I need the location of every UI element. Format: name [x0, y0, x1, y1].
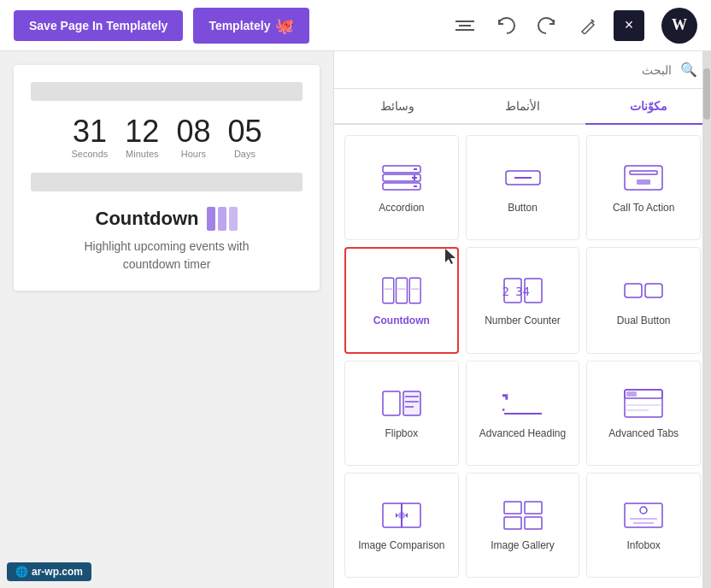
save-page-button[interactable]: Save Page In Templately	[14, 10, 183, 41]
advanced-heading-label: Advanced Heading	[479, 427, 566, 441]
widget-countdown[interactable]: Countdown	[344, 247, 459, 354]
advanced-heading-icon: T	[502, 386, 544, 420]
svg-rect-36	[383, 391, 400, 415]
search-input[interactable]	[348, 63, 672, 77]
image-comparison-icon	[381, 498, 422, 532]
preview-panel: 31 Seconds 12 Minutes 08 Hours 05 Days	[0, 51, 333, 588]
right-panel: 🔍 مكوّنات الأنماط وسائط Call To Action	[333, 51, 711, 588]
button-icon	[502, 161, 544, 195]
svg-rect-24	[409, 278, 420, 303]
svg-rect-23	[396, 278, 407, 303]
close-button[interactable]: ×	[614, 10, 644, 41]
infobox-icon	[623, 498, 664, 532]
wordpress-button[interactable]: W	[661, 8, 697, 44]
hours-label: Hours	[176, 149, 210, 159]
countdown-title: Countdown	[96, 208, 199, 230]
svg-rect-48	[525, 517, 542, 529]
widget-image-gallery[interactable]: Image Gallery	[466, 473, 580, 578]
seconds-label: Seconds	[72, 149, 109, 159]
svg-rect-22	[383, 278, 394, 303]
tab-media[interactable]: وسائط	[334, 89, 460, 125]
widget-infobox[interactable]: Infobox	[586, 473, 701, 578]
widget-number-counter[interactable]: 12 34 Number Counter	[466, 247, 580, 354]
countdown-hours: 08 Hours	[176, 116, 210, 159]
svg-rect-4	[625, 166, 662, 190]
tab-patterns[interactable]: الأنماط	[460, 89, 585, 125]
scroll-track[interactable]	[702, 51, 711, 588]
preview-top-bar	[31, 82, 303, 101]
call-to-action-icon	[623, 161, 664, 195]
countdown-days: 05 Days	[227, 116, 261, 159]
seconds-value: 31	[72, 116, 109, 147]
tab-components[interactable]: مكوّنات	[585, 89, 711, 125]
panel-tabs: مكوّنات الأنماط وسائط	[334, 89, 711, 125]
number-counter-icon: 12 34	[502, 273, 544, 308]
widget-dual-button[interactable]: Dual Button	[586, 247, 701, 354]
watermark: 🌐 ar-wp.com	[7, 562, 91, 581]
countdown-icon	[381, 273, 422, 308]
flipbox-label: Flipbox	[385, 427, 419, 441]
icon-bar-3	[229, 207, 238, 231]
svg-marker-52	[396, 513, 398, 518]
widget-accordion[interactable]: Accordion	[344, 135, 459, 240]
svg-rect-45	[504, 502, 521, 514]
svg-rect-31	[626, 391, 637, 397]
widget-flipbox[interactable]: Flipbox	[344, 361, 459, 466]
widget-button[interactable]: Button	[466, 135, 580, 240]
svg-rect-46	[525, 502, 542, 514]
scroll-thumb	[703, 68, 710, 120]
advanced-tabs-label: Advanced Tabs	[608, 427, 679, 441]
countdown-widget-label: Countdown	[373, 315, 430, 328]
cursor-indicator	[438, 247, 459, 268]
search-icon: 🔍	[680, 62, 697, 78]
svg-point-42	[640, 507, 647, 514]
infobox-label: Infobox	[626, 539, 660, 553]
days-label: Days	[227, 149, 261, 159]
hours-value: 08	[176, 116, 210, 147]
number-counter-label: Number Counter	[485, 315, 561, 328]
svg-rect-5	[630, 171, 657, 174]
widget-advanced-tabs[interactable]: Advanced Tabs	[586, 361, 701, 466]
call-to-action-label: Call To Action	[613, 202, 675, 215]
templately-label: Templately	[209, 19, 270, 32]
svg-rect-17	[645, 284, 662, 297]
align-icon[interactable]	[450, 10, 480, 41]
watermark-globe: 🌐	[15, 566, 28, 578]
preview-card: 31 Seconds 12 Minutes 08 Hours 05 Days	[14, 65, 320, 291]
image-comparison-label: Image Comparison	[358, 539, 444, 553]
toolbar: Save Page In Templately Templately 🐙 ×	[0, 0, 711, 51]
image-gallery-label: Image Gallery	[491, 539, 555, 553]
undo-icon[interactable]	[491, 10, 521, 41]
countdown-row: 31 Seconds 12 Minutes 08 Hours 05 Days	[31, 116, 303, 159]
templately-emoji: 🐙	[275, 16, 294, 35]
widget-image-comparison[interactable]: Image Comparison	[344, 473, 459, 578]
svg-text:12: 12	[502, 285, 509, 298]
preview-bottom-bar	[31, 173, 303, 191]
accordion-label: Accordion	[379, 202, 424, 215]
widget-grid: Call To Action Button	[334, 125, 711, 588]
countdown-title-row: Countdown	[31, 207, 303, 231]
svg-rect-37	[403, 391, 420, 415]
dual-button-icon	[623, 273, 664, 308]
minutes-label: Minutes	[125, 149, 159, 159]
widget-call-to-action[interactable]: Call To Action	[586, 135, 701, 240]
countdown-seconds: 31 Seconds	[72, 116, 109, 159]
svg-text:T: T	[502, 389, 508, 415]
svg-rect-16	[625, 284, 642, 297]
main-layout: 31 Seconds 12 Minutes 08 Hours 05 Days	[0, 51, 711, 588]
search-bar: 🔍	[334, 51, 711, 89]
days-value: 05	[227, 116, 261, 147]
dual-button-label: Dual Button	[617, 315, 671, 328]
redo-icon[interactable]	[532, 10, 562, 41]
templately-button[interactable]: Templately 🐙	[193, 8, 309, 44]
pencil-icon[interactable]	[573, 10, 603, 41]
countdown-description: Highlight upcoming events with countdown…	[31, 238, 303, 273]
image-gallery-icon	[502, 498, 544, 532]
minutes-value: 12	[125, 116, 159, 147]
button-label: Button	[508, 202, 538, 215]
icon-bar-2	[218, 207, 226, 231]
countdown-icon-group	[207, 207, 238, 231]
countdown-minutes: 12 Minutes	[125, 116, 159, 159]
widget-advanced-heading[interactable]: T Advanced Heading	[466, 361, 580, 466]
icon-bar-1	[207, 207, 215, 231]
